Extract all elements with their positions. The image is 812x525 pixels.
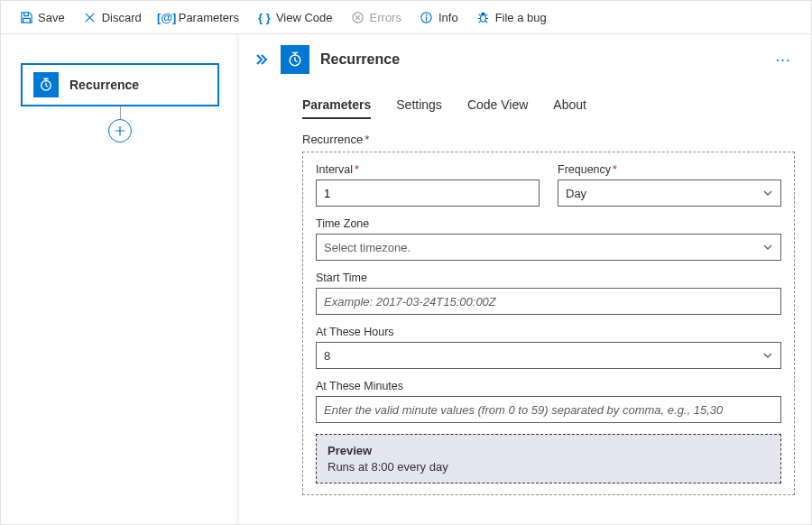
- hours-value: 8: [324, 349, 330, 363]
- chevron-down-icon: [762, 188, 773, 198]
- filebug-label: File a bug: [495, 11, 547, 24]
- section-label: Recurrence*: [302, 133, 795, 146]
- svg-point-3: [481, 14, 486, 22]
- add-step-row: [21, 119, 219, 143]
- recurrence-group: Interval* Frequency* Day: [302, 152, 795, 495]
- panel-title: Recurrence: [320, 51, 761, 68]
- form-area: Recurrence* Interval* Frequency*: [286, 120, 811, 511]
- timezone-placeholder: Select timezone.: [324, 241, 411, 254]
- add-step-button[interactable]: [108, 119, 132, 143]
- frequency-field-wrap: Frequency* Day: [558, 163, 781, 207]
- discard-icon: [83, 10, 97, 24]
- parameters-icon: [@]: [160, 10, 174, 24]
- details-panel: Recurrence ··· Parameters Settings Code …: [239, 34, 811, 525]
- tab-codeview[interactable]: Code View: [467, 94, 528, 119]
- frequency-label: Frequency*: [558, 163, 781, 176]
- toolbar: Save Discard [@] Parameters { } View Cod…: [1, 1, 811, 34]
- discard-button[interactable]: Discard: [76, 6, 149, 28]
- frequency-select[interactable]: Day: [558, 180, 781, 207]
- trigger-card-recurrence[interactable]: Recurrence: [21, 63, 219, 106]
- parameters-button[interactable]: [@] Parameters: [152, 6, 246, 28]
- starttime-label: Start Time: [316, 272, 781, 284]
- errors-label: Errors: [370, 11, 401, 24]
- interval-label: Interval*: [316, 163, 540, 176]
- tab-settings[interactable]: Settings: [396, 94, 442, 119]
- frequency-value: Day: [566, 187, 586, 200]
- timezone-label: Time Zone: [316, 217, 781, 230]
- interval-field-wrap: Interval*: [316, 163, 540, 207]
- main-area: Recurrence Recurrence ··· Parameters Set…: [1, 34, 811, 525]
- minutes-input-el[interactable]: [324, 403, 773, 417]
- filebug-button[interactable]: File a bug: [469, 6, 554, 28]
- timezone-select[interactable]: Select timezone.: [316, 234, 781, 261]
- info-icon: [420, 10, 434, 24]
- starttime-input[interactable]: [316, 288, 781, 315]
- discard-label: Discard: [102, 11, 142, 24]
- clock-icon: [33, 72, 59, 97]
- minutes-field-wrap: At These Minutes: [316, 380, 781, 423]
- preview-text: Runs at 8:00 every day: [328, 460, 770, 474]
- viewcode-label: View Code: [276, 11, 333, 24]
- minutes-label: At These Minutes: [316, 380, 781, 392]
- required-asterisk: *: [364, 133, 369, 146]
- hours-select[interactable]: 8: [316, 342, 781, 369]
- preview-box: Preview Runs at 8:00 every day: [316, 434, 781, 484]
- tab-about[interactable]: About: [553, 94, 586, 119]
- designer-canvas: Recurrence: [1, 34, 239, 525]
- svg-point-2: [426, 14, 428, 15]
- chevron-down-icon: [762, 242, 773, 253]
- viewcode-button[interactable]: { } View Code: [250, 6, 340, 28]
- hours-field-wrap: At These Hours 8: [316, 326, 781, 369]
- interval-input-el[interactable]: [324, 187, 531, 200]
- preview-title: Preview: [328, 444, 770, 457]
- section-label-text: Recurrence: [302, 133, 363, 146]
- tab-parameters[interactable]: Parameters: [302, 94, 371, 119]
- info-button[interactable]: Info: [412, 6, 466, 28]
- save-button[interactable]: Save: [12, 6, 72, 28]
- panel-header: Recurrence ···: [239, 34, 811, 83]
- info-label: Info: [438, 11, 458, 24]
- hours-label: At These Hours: [316, 326, 781, 338]
- starttime-input-el[interactable]: [324, 295, 773, 309]
- timezone-field-wrap: Time Zone Select timezone.: [316, 217, 781, 261]
- bug-icon: [476, 10, 491, 24]
- parameters-label: Parameters: [179, 11, 239, 24]
- minutes-input[interactable]: [316, 396, 781, 423]
- errors-button: Errors: [344, 6, 409, 28]
- error-icon: [351, 10, 365, 24]
- braces-icon: { }: [257, 10, 272, 24]
- chevron-down-icon: [762, 350, 773, 361]
- more-button[interactable]: ···: [772, 53, 795, 67]
- save-label: Save: [38, 11, 65, 24]
- starttime-field-wrap: Start Time: [316, 272, 781, 315]
- clock-icon: [281, 45, 309, 74]
- panel-tabs: Parameters Settings Code View About: [286, 83, 811, 120]
- interval-input[interactable]: [316, 180, 540, 207]
- save-icon: [19, 10, 33, 24]
- trigger-title: Recurrence: [69, 78, 139, 92]
- collapse-button[interactable]: [255, 54, 268, 65]
